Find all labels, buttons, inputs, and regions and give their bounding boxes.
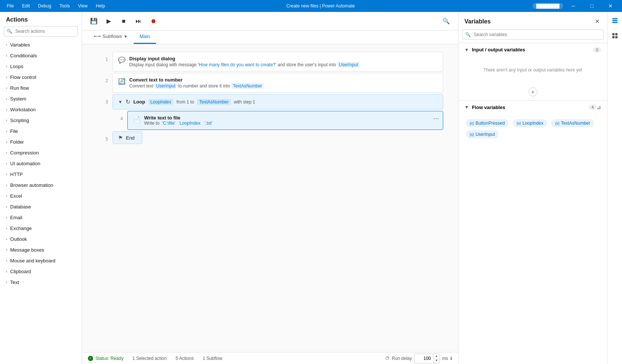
end-label: End xyxy=(126,135,134,141)
variables-close-button[interactable]: ✕ xyxy=(593,16,601,26)
chevron-icon: › xyxy=(6,194,7,198)
search-variables-input[interactable] xyxy=(462,29,603,40)
run-delay-info-icon: ℹ xyxy=(450,356,452,361)
input-output-section: ▼ Input / output variables 0 There aren'… xyxy=(458,43,607,100)
window-controls: ████████ ─ □ ✕ xyxy=(533,0,619,12)
step-row-1: 1 💬 Display input dialog Display input d… xyxy=(97,52,443,71)
sidebar-item-run-flow[interactable]: ›Run flow xyxy=(0,83,82,93)
step-title-1: Display input dialog xyxy=(129,56,438,61)
input-output-chevron: ▼ xyxy=(464,47,469,52)
run-delay-value[interactable] xyxy=(415,355,433,362)
input-output-section-header[interactable]: ▼ Input / output variables 0 xyxy=(458,43,607,56)
sidebar-item-exchange[interactable]: ›Exchange xyxy=(0,223,82,234)
variables-panel: Variables ✕ 🔍 ▼ Input / output variables… xyxy=(458,12,607,364)
input-output-title: Input / output variables xyxy=(472,47,590,52)
svg-rect-5 xyxy=(612,36,615,38)
loop-collapse-chevron[interactable]: ▼ xyxy=(118,99,123,105)
step-block-4[interactable]: 📄 Write text to file Write to 'C:\file' … xyxy=(127,111,443,130)
step-more-button-4[interactable]: ⋯ xyxy=(433,115,439,122)
chevron-icon: › xyxy=(6,215,7,220)
variables-search-icon: 🔍 xyxy=(465,32,471,37)
flow-variables-filter-icon[interactable]: ⊿ xyxy=(597,104,601,110)
record-button[interactable]: ⏺ xyxy=(147,15,159,27)
sidebar-item-workstation[interactable]: ›Workstation xyxy=(0,104,82,115)
sidebar-item-database[interactable]: ›Database xyxy=(0,201,82,212)
maximize-button[interactable]: □ xyxy=(583,0,600,12)
sidebar-item-browser-automation[interactable]: ›Browser automation xyxy=(0,180,82,191)
add-variable-button[interactable]: + xyxy=(529,87,537,96)
toolbar: 💾 ▶ ■ ⏭ ⏺ 🔍 xyxy=(82,12,458,31)
step-block-1[interactable]: 💬 Display input dialog Display input dia… xyxy=(112,52,443,71)
canvas-search-button[interactable]: 🔍 xyxy=(440,15,452,27)
titlebar: File Edit Debug Tools View Help Create n… xyxy=(0,0,622,12)
chevron-icon: › xyxy=(6,118,7,122)
run-delay-label: Run delay xyxy=(392,356,412,361)
sidebar-item-flow-control[interactable]: ›Flow control xyxy=(0,72,82,83)
var-chip-textasnumber[interactable]: {x} TextAsNumber xyxy=(551,119,594,127)
run-button[interactable]: ▶ xyxy=(103,15,115,27)
write-file-icon: 📄 xyxy=(133,116,140,123)
search-icon: 🔍 xyxy=(7,29,12,34)
sidebar-item-email[interactable]: ›Email xyxy=(0,212,82,223)
window-title: Create new files | Power Automate xyxy=(286,3,355,9)
step-number-2: 2 xyxy=(97,73,108,83)
menu-file[interactable]: File xyxy=(3,2,18,10)
step-number-4: 4 xyxy=(112,111,123,121)
variables-search-container: 🔍 xyxy=(462,29,603,40)
sidebar-item-ui-automation[interactable]: ›UI automation xyxy=(0,158,82,169)
sidebar-item-compression[interactable]: ›Compression xyxy=(0,147,82,158)
sidebar-item-system[interactable]: ›System xyxy=(0,93,82,104)
status-dot xyxy=(88,356,93,361)
step-row-4: 4 📄 Write text to file Write to 'C:\file… xyxy=(112,111,443,130)
sidebar-item-folder[interactable]: ›Folder xyxy=(0,137,82,147)
menu-help[interactable]: Help xyxy=(92,2,109,10)
var-icon-loopindex: {x} xyxy=(517,121,521,125)
sidebar-item-outlook[interactable]: ›Outlook xyxy=(0,234,82,245)
var-chip-userinput[interactable]: {x} UserInput xyxy=(466,130,499,138)
step-block-2[interactable]: 🔄 Convert text to number Convert text Us… xyxy=(112,73,443,93)
sidebar-item-http[interactable]: ›HTTP xyxy=(0,169,82,180)
menu-debug[interactable]: Debug xyxy=(34,2,55,10)
sidebar-item-file[interactable]: ›File xyxy=(0,126,82,137)
var-chip-loopindex[interactable]: {x} LoopIndex xyxy=(513,119,547,127)
menu-tools[interactable]: Tools xyxy=(55,2,73,10)
save-button[interactable]: 💾 xyxy=(88,15,100,27)
dialog-icon: 💬 xyxy=(118,57,126,64)
assets-icon-btn[interactable] xyxy=(609,30,621,42)
actions-list: ›Variables›Conditionals›Loops›Flow contr… xyxy=(0,39,82,364)
chevron-icon: › xyxy=(6,97,7,101)
run-delay-up[interactable]: ▲ xyxy=(434,354,439,358)
sidebar-item-clipboard[interactable]: ›Clipboard xyxy=(0,266,82,277)
search-actions-input[interactable] xyxy=(4,26,78,36)
step-next-button[interactable]: ⏭ xyxy=(133,15,145,27)
close-button[interactable]: ✕ xyxy=(602,0,619,12)
step-number-5: 5 xyxy=(97,131,108,142)
sidebar-item-variables[interactable]: ›Variables xyxy=(0,39,82,50)
flow-variables-chevron: ▼ xyxy=(464,105,469,110)
tab-subflows[interactable]: ⟷ Subflows ▼ xyxy=(88,31,134,44)
svg-rect-6 xyxy=(615,36,618,38)
menu-view[interactable]: View xyxy=(74,2,91,10)
menu-edit[interactable]: Edit xyxy=(18,2,34,10)
minimize-button[interactable]: ─ xyxy=(565,0,582,12)
svg-rect-0 xyxy=(612,18,618,19)
stop-button[interactable]: ■ xyxy=(118,15,130,27)
var-chip-buttonpressed[interactable]: {x} ButtonPressed xyxy=(466,119,508,127)
sidebar-item-text[interactable]: ›Text xyxy=(0,277,82,288)
step-content-4: Write text to file Write to 'C:\file' Lo… xyxy=(144,115,214,126)
clock-icon: ⏱ xyxy=(385,356,390,361)
run-delay-input-group: ▲ ▼ xyxy=(414,354,440,363)
loop-block[interactable]: ▼ ↻ Loop LoopIndex from 1 to TextAsNumbe… xyxy=(112,94,443,109)
sidebar-item-excel[interactable]: ›Excel xyxy=(0,191,82,201)
sidebar-item-message-boxes[interactable]: ›Message boxes xyxy=(0,245,82,255)
flow-variables-section-header[interactable]: ▼ Flow variables 4 ⊿ xyxy=(458,100,607,114)
status-ready: Status: Ready xyxy=(88,356,123,361)
sidebar-item-scripting[interactable]: ›Scripting xyxy=(0,115,82,126)
sidebar-item-mouse-and-keyboard[interactable]: ›Mouse and keyboard xyxy=(0,255,82,266)
tab-main[interactable]: Main xyxy=(134,31,156,44)
run-delay-down[interactable]: ▼ xyxy=(434,358,439,363)
end-block[interactable]: ⚑ End xyxy=(112,131,142,144)
variables-icon-btn[interactable] xyxy=(609,15,621,27)
sidebar-item-conditionals[interactable]: ›Conditionals xyxy=(0,50,82,61)
sidebar-item-loops[interactable]: ›Loops xyxy=(0,61,82,72)
